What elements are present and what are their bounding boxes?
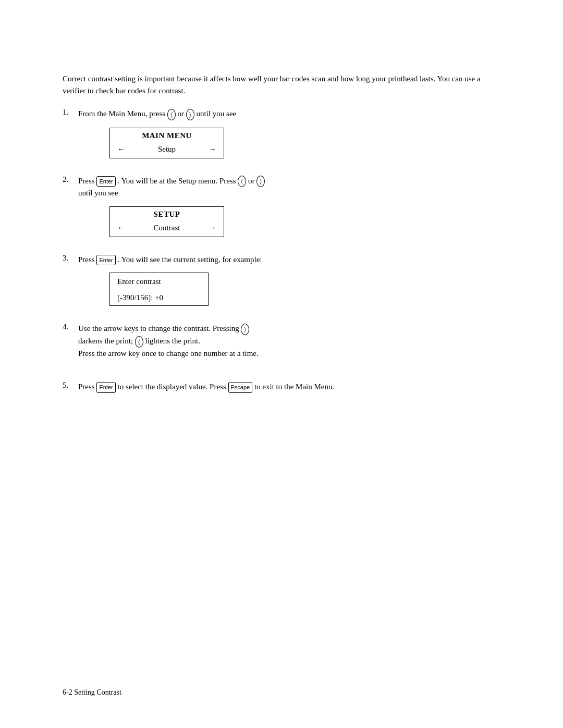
step-1-number: 1. bbox=[63, 108, 78, 117]
display-enter-contrast-line1: Enter contrast bbox=[110, 273, 208, 289]
step-4-text: Use the arrow keys to change the contras… bbox=[78, 323, 500, 359]
display-setup-row: ← Contrast → bbox=[110, 221, 224, 237]
step-2: 2. Press Enter . You will be at the Setu… bbox=[63, 175, 500, 239]
display-setup-center: Contrast bbox=[154, 224, 180, 232]
step-3-text-before: Press bbox=[78, 255, 96, 264]
step-1: 1. From the Main Menu, press 〈 or 〉 unti… bbox=[63, 108, 500, 161]
step-5-content: Press Enter to select the displayed valu… bbox=[78, 381, 500, 400]
left-arrow-circle-1: 〈 bbox=[167, 109, 176, 120]
display-main-menu-row: ← Setup → bbox=[110, 142, 224, 158]
step-3-text-after: . You will see the current setting, for … bbox=[117, 255, 262, 264]
step-5-text1: Press bbox=[78, 382, 96, 391]
step-3-number: 3. bbox=[63, 254, 78, 263]
step-3: 3. Press Enter . You will see the curren… bbox=[63, 254, 500, 309]
step-3-text: Press Enter . You will see the current s… bbox=[78, 254, 500, 266]
step-1-or: or bbox=[178, 109, 186, 118]
display-main-menu-center: Setup bbox=[158, 145, 176, 154]
display-enter-contrast-line2: [-390/156]: +0 bbox=[110, 289, 208, 305]
step-1-text: From the Main Menu, press 〈 or 〉 until y… bbox=[78, 108, 500, 120]
display-main-menu-header: MAIN MENU bbox=[110, 128, 224, 142]
display-setup-header: SETUP bbox=[110, 207, 224, 221]
display-main-menu: MAIN MENU ← Setup → bbox=[109, 128, 224, 158]
right-arrow-circle-2: 〉 bbox=[256, 176, 265, 187]
display-main-menu-left: ← bbox=[117, 145, 125, 154]
step-2-text-middle: . You will be at the Setup menu. Press bbox=[117, 177, 238, 185]
step-2-number: 2. bbox=[63, 175, 78, 184]
step-2-or: or bbox=[248, 177, 256, 185]
step-2-content: Press Enter . You will be at the Setup m… bbox=[78, 175, 500, 239]
display-setup: SETUP ← Contrast → bbox=[109, 206, 224, 237]
step-5: 5. Press Enter to select the displayed v… bbox=[63, 381, 500, 400]
step-1-content: From the Main Menu, press 〈 or 〉 until y… bbox=[78, 108, 500, 161]
right-arrow-circle-4: 〉 bbox=[241, 324, 249, 335]
intro-paragraph: Correct contrast setting is important be… bbox=[63, 73, 500, 96]
step-2-text-after: until you see bbox=[78, 189, 118, 197]
step-5-text2: to select the displayed value. Press bbox=[117, 382, 228, 391]
step-5-text3: to exit to the Main Menu. bbox=[254, 382, 334, 391]
step-4: 4. Use the arrow keys to change the cont… bbox=[63, 323, 500, 366]
enter-key-2: Enter bbox=[96, 176, 115, 187]
step-4-text1: Use the arrow keys to change the contras… bbox=[78, 324, 241, 332]
enter-key-3: Enter bbox=[96, 255, 115, 266]
step-2-text-before: Press bbox=[78, 177, 96, 185]
display-main-menu-right: → bbox=[209, 145, 216, 154]
display-setup-left: ← bbox=[117, 224, 125, 232]
step-3-content: Press Enter . You will see the current s… bbox=[78, 254, 500, 309]
enter-key-5: Enter bbox=[96, 382, 115, 393]
footer: 6-2 Setting Contrast bbox=[63, 688, 121, 697]
step-4-content: Use the arrow keys to change the contras… bbox=[78, 323, 500, 366]
left-arrow-circle-4: 〈 bbox=[135, 336, 143, 348]
left-arrow-circle-2: 〈 bbox=[238, 176, 246, 187]
step-2-text: Press Enter . You will be at the Setup m… bbox=[78, 175, 500, 199]
step-4-text3: lightens the print. bbox=[145, 337, 200, 345]
step-4-number: 4. bbox=[63, 323, 78, 331]
footer-text: 6-2 Setting Contrast bbox=[63, 688, 121, 696]
display-enter-contrast: Enter contrast [-390/156]: +0 bbox=[109, 273, 209, 306]
step-4-text2: darkens the print; bbox=[78, 337, 135, 345]
escape-key-5: Escape bbox=[228, 382, 253, 393]
right-arrow-circle-1: 〉 bbox=[186, 109, 194, 120]
step-4-text4: Press the arrow key once to change one n… bbox=[78, 349, 259, 357]
step-5-number: 5. bbox=[63, 381, 78, 390]
steps-list: 1. From the Main Menu, press 〈 or 〉 unti… bbox=[63, 108, 500, 400]
display-setup-right: → bbox=[209, 224, 216, 232]
step-1-text-after: until you see bbox=[197, 109, 237, 118]
step-5-text: Press Enter to select the displayed valu… bbox=[78, 381, 500, 393]
step-1-text-before: From the Main Menu, press bbox=[78, 109, 165, 118]
